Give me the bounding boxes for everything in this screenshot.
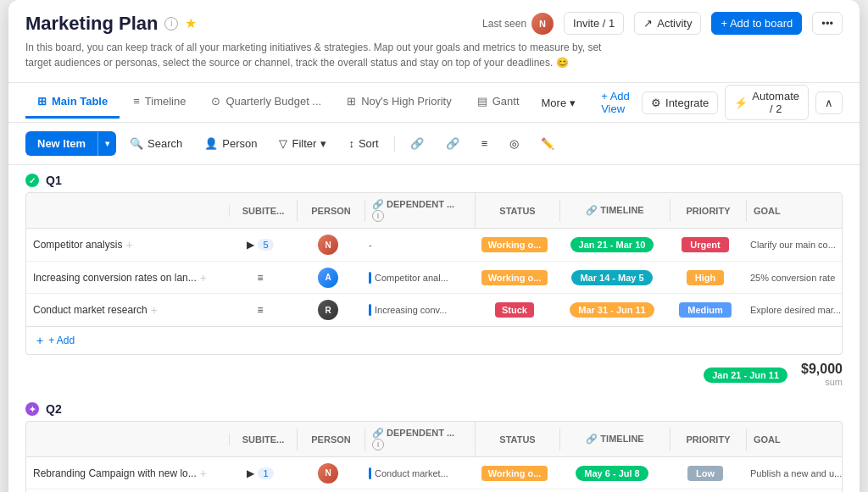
dep-bar <box>369 304 371 316</box>
subitem-count: 5 <box>258 239 273 251</box>
integrate-icon: ⚙ <box>651 97 661 109</box>
add-view-button[interactable]: + Add View <box>591 83 640 122</box>
row-add-icon[interactable]: + <box>151 303 158 317</box>
filter-button[interactable]: ▽ Filter ▾ <box>270 132 335 155</box>
dependent-text: Increasing conv... <box>375 305 447 315</box>
tab-gantt[interactable]: ▤ Gantt <box>465 86 531 119</box>
filter-chevron-icon: ▾ <box>320 137 326 150</box>
tabs-bar: ⊞ Main Table ≡ Timeline ⊙ Quarterly Budg… <box>8 83 860 123</box>
filter-icon: ▽ <box>279 137 287 150</box>
row-add-icon[interactable]: + <box>200 467 207 480</box>
cell-priority[interactable]: Low <box>667 462 743 484</box>
cell-goal: Explore desired mar... <box>743 300 860 320</box>
add-row-icon: + <box>36 334 43 347</box>
timeline-link-icon: 🔗 <box>586 434 598 444</box>
tab-quarterly-budget[interactable]: ⊙ Quarterly Budget ... <box>199 86 333 119</box>
person-label: Person <box>222 137 257 150</box>
row-add-icon[interactable]: + <box>200 271 207 285</box>
activity-label: Activity <box>657 17 692 30</box>
cell-status[interactable]: Stuck <box>472 299 557 321</box>
cell-status[interactable]: Working o... <box>472 267 557 289</box>
eye-button[interactable]: ◎ <box>501 132 527 155</box>
last-seen-info: Last seen N <box>482 13 554 35</box>
person-button[interactable]: 👤 Person <box>196 132 265 155</box>
link-icon: 🔗 <box>410 137 424 150</box>
status-badge: Working o... <box>481 466 548 481</box>
col-person-header: Person <box>298 428 365 451</box>
subitem-count: 1 <box>258 467 273 479</box>
person-avatar: N <box>318 235 338 255</box>
col-priority-header: Priority <box>670 200 747 222</box>
timeline-badge: Mar 31 - Jun 11 <box>570 302 654 318</box>
group-q2-table: Subite... Person 🔗 Dependent ... i Statu… <box>8 421 860 492</box>
cell-timeline[interactable]: Mar 31 - Jun 11 <box>557 299 667 321</box>
quarterly-icon: ⊙ <box>211 95 220 108</box>
tab-more[interactable]: More ▾ <box>533 88 585 118</box>
group-q1-header: ✓ Q1 <box>8 165 860 192</box>
cell-subitem: ≡ <box>226 267 294 289</box>
edit-button[interactable]: ✏️ <box>532 132 563 155</box>
embed-icon: 🔗 <box>446 137 459 150</box>
row-height-button[interactable]: ≡ <box>473 132 497 155</box>
sort-button[interactable]: ↕ Sort <box>340 132 387 155</box>
col-dependent-header: 🔗 Dependent ... i <box>365 193 476 228</box>
cell-priority[interactable]: Urgent <box>667 234 743 256</box>
info-icon[interactable]: i <box>164 17 178 30</box>
new-item-chevron-icon[interactable]: ▾ <box>98 133 116 154</box>
goal-text: 25% conversion rate <box>750 273 835 283</box>
invite-button[interactable]: Invite / 1 <box>564 12 624 35</box>
person-avatar: A <box>318 268 338 288</box>
dependent-info-icon: i <box>372 210 384 222</box>
priority-badge: Medium <box>679 302 732 318</box>
status-badge: Working o... <box>481 270 548 285</box>
activity-button[interactable]: ↗ Activity <box>634 12 701 35</box>
person-avatar: N <box>318 463 338 484</box>
col-person-header: Person <box>298 200 365 222</box>
more-button[interactable]: ••• <box>812 12 843 35</box>
search-button[interactable]: 🔍 Search <box>121 132 191 155</box>
timeline-icon: ≡ <box>133 95 140 108</box>
col-goal-header: Goal <box>747 200 860 222</box>
table-row: Competitor analysis + ▶ 5 N - <box>26 229 842 262</box>
q1-sum-budget: $9,000 sum <box>801 362 843 387</box>
add-row-label: + Add <box>48 334 75 346</box>
new-item-button[interactable]: New Item ▾ <box>25 131 116 156</box>
cell-priority[interactable]: Medium <box>667 299 743 321</box>
table-row: Conduct market research + ≡ R Increasing… <box>26 294 842 326</box>
automate-button[interactable]: ⚡ Automate / 2 <box>725 85 809 120</box>
embed-button[interactable]: 🔗 <box>437 132 468 155</box>
integrate-label: Integrate <box>665 97 709 109</box>
star-icon[interactable]: ★ <box>185 15 197 31</box>
expand-icon[interactable]: ▶ <box>247 239 254 251</box>
tab-noys-priority[interactable]: ⊞ Noy's High Priority <box>335 86 464 119</box>
tab-timeline-label: Timeline <box>145 95 186 108</box>
cell-timeline[interactable]: Jan 21 - Mar 10 <box>557 234 667 256</box>
col-status-header: Status <box>476 428 560 451</box>
cell-subitem: ▶ 1 <box>226 462 294 484</box>
row-add-icon[interactable]: + <box>125 238 132 252</box>
cell-timeline[interactable]: Mar 14 - May 5 <box>557 267 667 289</box>
tab-main-table[interactable]: ⊞ Main Table <box>25 86 120 119</box>
expand-icon[interactable]: ▶ <box>247 467 254 479</box>
timeline-badge: Jan 21 - Mar 10 <box>570 237 654 252</box>
cell-name: Competitor analysis + <box>26 233 226 257</box>
link-button[interactable]: 🔗 <box>402 132 432 155</box>
add-to-board-button[interactable]: + Add to board <box>711 12 802 35</box>
cell-status[interactable]: Working o... <box>472 234 557 256</box>
dep-bar <box>369 272 371 284</box>
tab-timeline[interactable]: ≡ Timeline <box>121 86 198 119</box>
automate-label: Automate / 2 <box>752 90 799 115</box>
gantt-icon: ▤ <box>477 95 487 108</box>
collapse-button[interactable]: ∧ <box>815 91 843 114</box>
col-name-header <box>26 205 230 217</box>
cell-dependent: Competitor anal... <box>362 267 472 289</box>
subitem-icon: ≡ <box>257 272 263 284</box>
q1-add-row[interactable]: + + Add <box>25 327 843 355</box>
q1-rows: Competitor analysis + ▶ 5 N - <box>25 229 843 327</box>
cell-status[interactable]: Working o... <box>472 462 557 484</box>
cell-priority[interactable]: High <box>667 267 743 289</box>
integrate-button[interactable]: ⚙ Integrate <box>642 91 718 114</box>
cell-timeline[interactable]: May 6 - Jul 8 <box>557 462 667 484</box>
sort-label: Sort <box>359 137 379 150</box>
cell-dependent: Conduct market... <box>362 462 472 484</box>
